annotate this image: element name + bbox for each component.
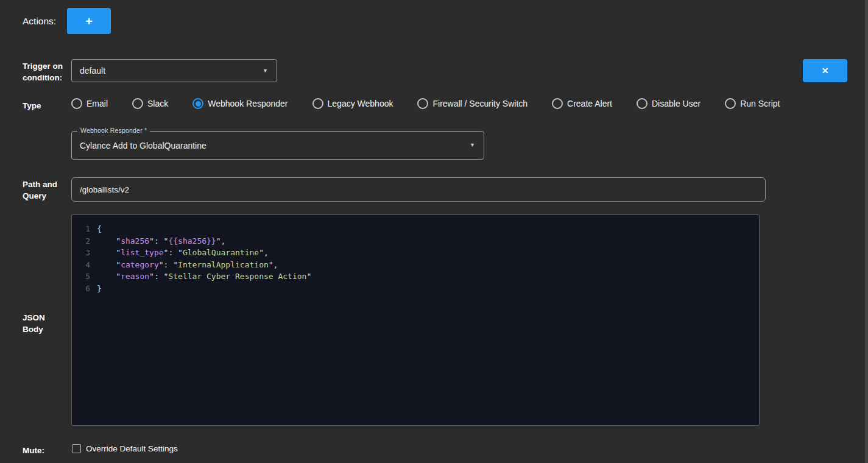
radio-webhook-responder[interactable]: Webhook Responder bbox=[192, 98, 288, 109]
json-body-code: 1{2 "sha256": "{{sha256}}",3 "list_type"… bbox=[72, 223, 759, 294]
line-number: 6 bbox=[72, 283, 90, 295]
radio-unselected-icon bbox=[725, 98, 736, 109]
radio-label: Run Script bbox=[740, 99, 780, 108]
radio-unselected-icon bbox=[71, 98, 82, 109]
path-query-input[interactable] bbox=[71, 177, 766, 202]
code-line: 1{ bbox=[72, 223, 759, 235]
radio-firewall-security-switch[interactable]: Firewall / Security Switch bbox=[417, 98, 528, 109]
mute-label: Mute: bbox=[23, 445, 44, 456]
code-line: 5 "reason": "Stellar Cyber Response Acti… bbox=[72, 270, 759, 283]
plus-icon: + bbox=[85, 15, 93, 27]
radio-label: Firewall / Security Switch bbox=[432, 99, 528, 108]
radio-create-alert[interactable]: Create Alert bbox=[552, 98, 612, 109]
trigger-selected-value: default bbox=[72, 66, 277, 76]
code-line: 3 "list_type": "GlobalQuarantine", bbox=[72, 247, 759, 259]
override-default-settings-row[interactable]: Override Default Settings bbox=[72, 444, 178, 453]
radio-legacy-webhook[interactable]: Legacy Webhook bbox=[312, 98, 393, 109]
json-body-editor[interactable]: 1{2 "sha256": "{{sha256}}",3 "list_type"… bbox=[71, 214, 760, 426]
line-number: 2 bbox=[72, 235, 90, 247]
type-label: Type bbox=[23, 100, 41, 111]
radio-slack[interactable]: Slack bbox=[132, 98, 168, 109]
radio-unselected-icon bbox=[417, 98, 428, 109]
chevron-down-icon: ▼ bbox=[470, 143, 475, 148]
webhook-responder-select[interactable]: Webhook Responder * Cylance Add to Globa… bbox=[71, 131, 484, 160]
override-default-settings-label: Override Default Settings bbox=[86, 444, 178, 453]
code-line: 4 "category": "InternalApplication", bbox=[72, 259, 759, 271]
override-default-settings-checkbox[interactable] bbox=[72, 444, 81, 453]
type-radio-group: EmailSlackWebhook ResponderLegacy Webhoo… bbox=[71, 98, 780, 109]
radio-unselected-icon bbox=[552, 98, 563, 109]
close-icon: ✕ bbox=[822, 66, 829, 75]
line-number: 5 bbox=[72, 270, 90, 283]
path-and-query-label: Path and Query bbox=[23, 178, 69, 202]
radio-selected-icon bbox=[192, 98, 203, 109]
radio-label: Legacy Webhook bbox=[328, 99, 393, 108]
radio-label: Create Alert bbox=[567, 99, 612, 108]
line-number: 1 bbox=[72, 223, 90, 235]
code-line: 2 "sha256": "{{sha256}}", bbox=[72, 235, 759, 247]
remove-action-button[interactable]: ✕ bbox=[803, 59, 847, 82]
chevron-down-icon: ▼ bbox=[263, 68, 268, 74]
radio-unselected-icon bbox=[637, 98, 647, 109]
radio-unselected-icon bbox=[132, 98, 143, 109]
trigger-condition-select[interactable]: default ▼ bbox=[71, 59, 277, 82]
json-body-label: JSON Body bbox=[23, 312, 52, 335]
radio-disable-user[interactable]: Disable User bbox=[637, 98, 700, 109]
actions-label: Actions: bbox=[23, 15, 56, 27]
radio-run-script[interactable]: Run Script bbox=[725, 98, 780, 109]
radio-email[interactable]: Email bbox=[71, 98, 108, 109]
webhook-selected-value: Cylance Add to GlobalQuarantine bbox=[72, 141, 484, 150]
page-scrollbar[interactable] bbox=[865, 0, 868, 463]
line-number: 3 bbox=[72, 247, 90, 259]
radio-label: Email bbox=[86, 99, 108, 108]
radio-label: Slack bbox=[147, 99, 168, 108]
webhook-responder-field-label: Webhook Responder * bbox=[77, 127, 150, 134]
radio-label: Disable User bbox=[652, 99, 700, 108]
add-action-button[interactable]: + bbox=[67, 8, 111, 34]
line-number: 4 bbox=[72, 259, 90, 271]
code-line: 6} bbox=[72, 283, 759, 295]
trigger-on-condition-label: Trigger on condition: bbox=[23, 60, 69, 83]
radio-label: Webhook Responder bbox=[208, 99, 288, 108]
radio-unselected-icon bbox=[312, 98, 323, 109]
